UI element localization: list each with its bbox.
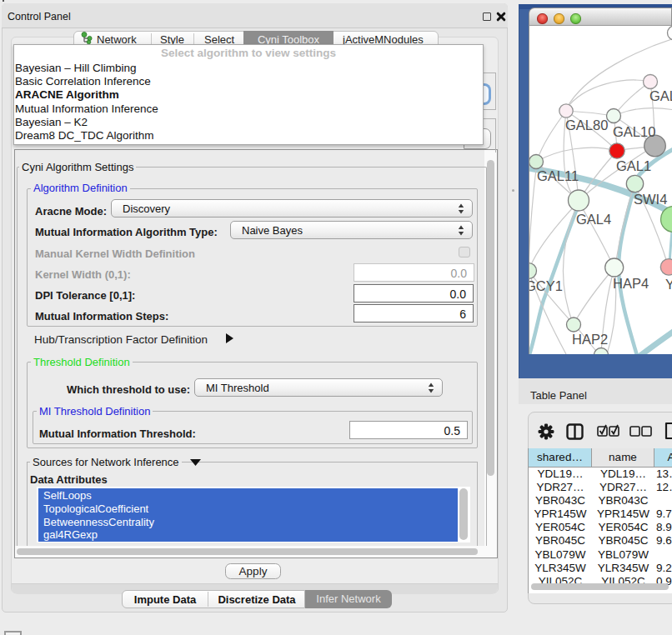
- svg-text:GCY1: GCY1: [529, 278, 563, 293]
- svg-text:GAL1: GAL1: [616, 158, 651, 173]
- svg-text:SWI4: SWI4: [634, 192, 667, 207]
- svg-text:Y: Y: [665, 277, 672, 292]
- svg-text:HAP2: HAP2: [572, 332, 608, 347]
- svg-text:GAL11: GAL11: [537, 168, 579, 183]
- svg-text:GAL80: GAL80: [565, 118, 608, 132]
- svg-text:GAL10: GAL10: [613, 124, 655, 139]
- svg-text:GAL4: GAL4: [576, 212, 611, 227]
- svg-text:GAL: GAL: [649, 88, 672, 103]
- svg-text:HAP4: HAP4: [613, 276, 649, 291]
